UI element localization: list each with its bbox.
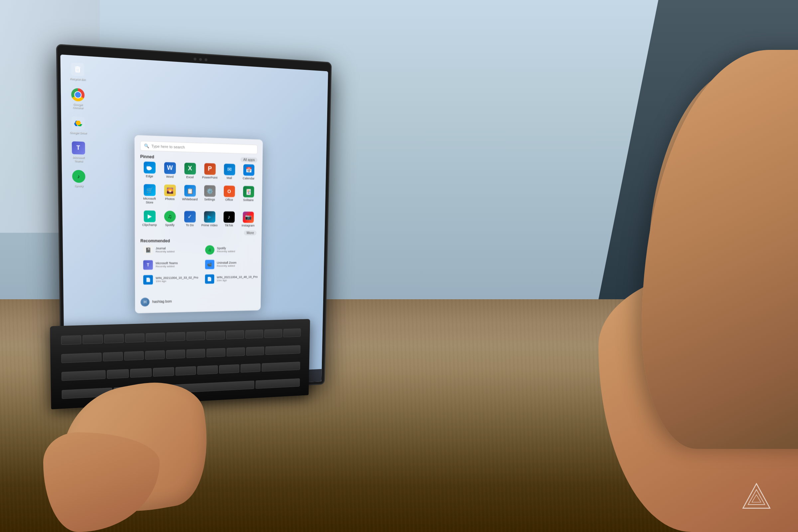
rec-file1[interactable]: 📄 WIN_20211004_10_33_02_Pro 10m ago <box>140 272 201 287</box>
desktop-icon-teams[interactable]: T Microsoft Teams <box>68 141 89 163</box>
pinned-title: Pinned <box>140 154 154 159</box>
key[interactable] <box>187 331 205 341</box>
key[interactable] <box>166 349 185 359</box>
key[interactable] <box>197 365 218 375</box>
app-whiteboard[interactable]: 📋 Whiteboard <box>181 183 199 207</box>
all-apps-button[interactable]: All apps <box>241 157 258 163</box>
key[interactable] <box>62 387 112 399</box>
msstore-icon: 🛒 <box>144 184 156 196</box>
instagram-icon: 📷 <box>243 211 254 223</box>
zoom-rec-time: Recently added <box>217 264 258 268</box>
recycle-bin-label: Recycle Bin <box>70 77 86 81</box>
spotify-rec-name: Spotify <box>217 247 258 250</box>
rec-file2[interactable]: 📄 WIN_20211004_10_48_19_Pro 10m ago <box>202 272 260 286</box>
desktop-icon-gdrive[interactable]: Google Drive <box>68 116 88 135</box>
app-prime[interactable]: ▶ Prime Video <box>201 209 218 229</box>
mail-app-label: Mail <box>226 176 232 179</box>
settings-icon: ⚙️ <box>204 185 215 197</box>
key[interactable] <box>107 369 129 379</box>
search-magnifier-icon: 🔍 <box>144 143 149 148</box>
user-area[interactable]: H hashtag bom <box>141 294 256 308</box>
key[interactable] <box>61 353 101 363</box>
key[interactable] <box>104 334 124 343</box>
teams-rec-icon: T <box>143 260 153 270</box>
app-office[interactable]: O Office <box>221 184 238 208</box>
journal-name: Journal <box>156 247 198 250</box>
key[interactable] <box>226 330 244 339</box>
app-todo[interactable]: ✓ To Do <box>181 209 199 229</box>
spotify-pinned-icon: ♫ <box>164 210 175 222</box>
key[interactable] <box>153 367 174 377</box>
app-powerpoint[interactable]: P PowerPoint <box>201 161 219 182</box>
app-excel[interactable]: X Excel <box>181 160 199 181</box>
tiktok-icon: ♪ <box>224 211 235 223</box>
key[interactable] <box>246 346 264 356</box>
app-clipchamp[interactable]: ▶ Clipchamp <box>140 208 158 229</box>
key[interactable] <box>61 335 81 345</box>
settings-app-label: Settings <box>204 198 215 202</box>
key[interactable] <box>255 378 300 389</box>
key[interactable] <box>145 350 165 359</box>
todo-icon: ✓ <box>184 211 196 223</box>
key[interactable] <box>146 333 165 342</box>
key[interactable] <box>130 368 152 378</box>
app-tiktok[interactable]: ♪ TikTok <box>220 209 238 229</box>
key[interactable] <box>219 364 240 374</box>
spacebar-key[interactable] <box>114 380 254 396</box>
desktop-icon-recycle[interactable]: Recycle Bin <box>67 62 88 81</box>
clipchamp-app-label: Clipchamp <box>142 223 157 227</box>
key[interactable] <box>125 334 144 343</box>
rec-zoom[interactable]: 📹 Uninstall Zoom Recently added <box>202 258 260 271</box>
key[interactable] <box>83 335 103 344</box>
rec-spotify[interactable]: ♫ Spotify Recently added <box>203 243 261 256</box>
file2-info: WIN_20211004_10_48_19_Pro 10m ago <box>217 275 258 282</box>
rec-journal[interactable]: 📓 Journal Recently added <box>140 243 201 257</box>
key[interactable] <box>166 332 185 341</box>
key[interactable] <box>187 349 206 358</box>
desktop-icons-container: Recycle Bin Google Chrome <box>67 62 89 188</box>
key[interactable] <box>207 331 225 340</box>
camera-dot-2 <box>199 58 202 61</box>
instagram-app-label: Instagram <box>242 224 255 227</box>
search-bar[interactable]: 🔍 Type here to search <box>140 141 258 154</box>
key[interactable] <box>175 366 196 376</box>
chrome-icon <box>71 88 84 101</box>
key[interactable] <box>262 362 300 372</box>
key[interactable] <box>61 370 106 381</box>
desktop-icon-spotify[interactable]: ♪ Spotify <box>69 170 89 188</box>
app-photos[interactable]: 🌄 Photos <box>160 182 179 207</box>
clipchamp-icon: ▶ <box>144 210 155 222</box>
spotify-desktop-icon: ♪ <box>72 170 85 183</box>
key[interactable] <box>264 329 282 338</box>
pinned-section: Pinned All apps <box>140 154 258 235</box>
office-icon: O <box>224 186 235 197</box>
app-solitaire[interactable]: 🃏 Solitaire <box>240 184 257 208</box>
recommended-section: Recommended 📓 Journal Recently added <box>140 239 256 287</box>
rec-teams[interactable]: T Microsoft Teams Recently added <box>140 258 201 272</box>
user-avatar: H <box>141 298 150 307</box>
app-edge[interactable]: Edge <box>140 159 159 180</box>
desktop-icon-chrome[interactable]: Google Chrome <box>68 88 88 110</box>
key[interactable] <box>207 348 225 357</box>
office-app-label: Office <box>225 198 233 202</box>
app-spotify-pinned[interactable]: ♫ Spotify <box>160 208 178 229</box>
key[interactable] <box>241 363 261 373</box>
app-msstore[interactable]: 🛒 Microsoft Store <box>140 182 158 207</box>
key[interactable] <box>245 329 263 339</box>
key[interactable] <box>283 328 301 338</box>
app-mail[interactable]: ✉ Mail <box>221 161 238 182</box>
key[interactable] <box>103 352 123 361</box>
key[interactable] <box>124 351 144 361</box>
spotify-label: Spotify <box>74 184 83 188</box>
key[interactable] <box>265 345 300 355</box>
solitaire-icon: 🃏 <box>243 186 254 197</box>
app-word[interactable]: W Word <box>160 159 179 180</box>
keyboard-keys <box>61 325 301 402</box>
app-instagram[interactable]: 📷 Instagram <box>240 209 257 229</box>
app-settings[interactable]: ⚙️ Settings <box>201 183 219 207</box>
key[interactable] <box>226 347 245 356</box>
more-button[interactable]: More <box>244 230 257 235</box>
spotify-pinned-label: Spotify <box>165 223 174 227</box>
calendar-app-label: Calendar <box>243 176 255 180</box>
app-calendar[interactable]: 📅 Calendar <box>240 162 258 182</box>
